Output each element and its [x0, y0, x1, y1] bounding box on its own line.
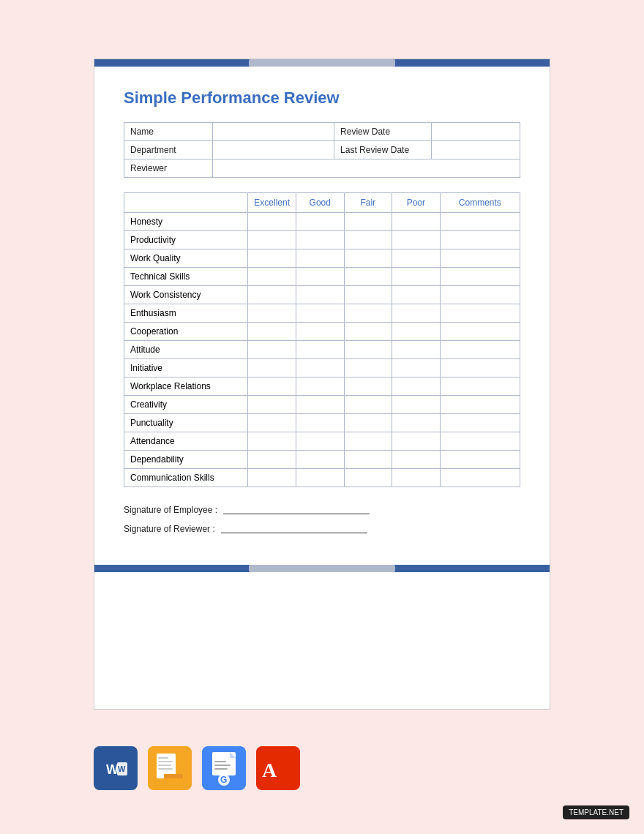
rating-good[interactable]	[296, 414, 344, 432]
top-scrollbar[interactable]	[249, 59, 395, 67]
document-title: Simple Performance Review	[124, 89, 520, 108]
word-icon[interactable]: W W	[94, 746, 138, 790]
reviewer-signature-line: Signature of Reviewer :	[124, 524, 520, 534]
rating-excellent[interactable]	[248, 451, 296, 469]
rating-good[interactable]	[296, 231, 344, 249]
rating-poor[interactable]	[392, 359, 441, 377]
comments-cell[interactable]	[440, 323, 520, 341]
rating-excellent[interactable]	[248, 268, 296, 286]
rating-good[interactable]	[296, 377, 344, 396]
rating-poor[interactable]	[392, 432, 441, 451]
bottom-scrollbar[interactable]	[249, 565, 395, 572]
rating-excellent[interactable]	[248, 213, 296, 231]
rating-excellent[interactable]	[248, 359, 296, 377]
rating-poor[interactable]	[392, 249, 441, 268]
rating-excellent[interactable]	[248, 231, 296, 249]
gdocs-icon[interactable]: G	[202, 746, 246, 790]
rating-good[interactable]	[296, 249, 344, 268]
review-date-value[interactable]	[431, 123, 520, 141]
last-review-date-value[interactable]	[431, 141, 520, 159]
reviewer-value[interactable]	[213, 159, 520, 178]
rating-good[interactable]	[296, 359, 344, 377]
rating-excellent[interactable]	[248, 286, 296, 304]
reviewer-signature-underline[interactable]	[221, 533, 367, 533]
rating-poor[interactable]	[392, 231, 441, 249]
rating-excellent[interactable]	[248, 396, 296, 414]
rating-excellent[interactable]	[248, 341, 296, 359]
rating-poor[interactable]	[392, 304, 441, 323]
rating-poor[interactable]	[392, 286, 441, 304]
rating-good[interactable]	[296, 268, 344, 286]
rating-excellent[interactable]	[248, 304, 296, 323]
rating-fair[interactable]	[344, 396, 392, 414]
rating-fair[interactable]	[344, 249, 392, 268]
comments-cell[interactable]	[440, 414, 520, 432]
rating-poor[interactable]	[392, 213, 441, 231]
name-value[interactable]	[213, 123, 334, 141]
rating-fair[interactable]	[344, 341, 392, 359]
performance-table: Excellent Good Fair Poor Comments Honest…	[124, 192, 520, 487]
table-row: Honesty	[124, 213, 520, 231]
comments-cell[interactable]	[440, 304, 520, 323]
rating-good[interactable]	[296, 432, 344, 451]
comments-cell[interactable]	[440, 341, 520, 359]
rating-good[interactable]	[296, 286, 344, 304]
svg-text:W: W	[106, 762, 119, 777]
comments-cell[interactable]	[440, 432, 520, 451]
comments-cell[interactable]	[440, 469, 520, 487]
rating-poor[interactable]	[392, 414, 441, 432]
rating-poor[interactable]	[392, 396, 441, 414]
comments-cell[interactable]	[440, 396, 520, 414]
svg-rect-8	[158, 764, 171, 766]
rating-excellent[interactable]	[248, 432, 296, 451]
rating-fair[interactable]	[344, 268, 392, 286]
rating-fair[interactable]	[344, 286, 392, 304]
rating-excellent[interactable]	[248, 323, 296, 341]
rating-excellent[interactable]	[248, 377, 296, 396]
rating-fair[interactable]	[344, 451, 392, 469]
rating-excellent[interactable]	[248, 414, 296, 432]
rating-poor[interactable]	[392, 268, 441, 286]
rating-good[interactable]	[296, 469, 344, 487]
comments-cell[interactable]	[440, 268, 520, 286]
rating-poor[interactable]	[392, 469, 441, 487]
info-table: Name Review Date Department Last Review …	[124, 122, 520, 178]
comments-cell[interactable]	[440, 359, 520, 377]
acrobat-icon[interactable]: A	[256, 746, 300, 790]
rating-good[interactable]	[296, 451, 344, 469]
rating-fair[interactable]	[344, 469, 392, 487]
rating-fair[interactable]	[344, 432, 392, 451]
department-label: Department	[124, 141, 213, 159]
header-poor: Poor	[392, 193, 441, 213]
rating-excellent[interactable]	[248, 469, 296, 487]
rating-fair[interactable]	[344, 359, 392, 377]
department-value[interactable]	[213, 141, 334, 159]
rating-good[interactable]	[296, 396, 344, 414]
svg-rect-17	[214, 764, 231, 766]
svg-rect-16	[214, 761, 226, 762]
rating-fair[interactable]	[344, 323, 392, 341]
rating-good[interactable]	[296, 323, 344, 341]
comments-cell[interactable]	[440, 231, 520, 249]
rating-excellent[interactable]	[248, 249, 296, 268]
rating-fair[interactable]	[344, 304, 392, 323]
rating-poor[interactable]	[392, 323, 441, 341]
rating-good[interactable]	[296, 341, 344, 359]
rating-fair[interactable]	[344, 414, 392, 432]
comments-cell[interactable]	[440, 451, 520, 469]
comments-cell[interactable]	[440, 213, 520, 231]
employee-signature-underline[interactable]	[223, 514, 370, 514]
rating-fair[interactable]	[344, 231, 392, 249]
pages-icon[interactable]	[148, 746, 192, 790]
rating-fair[interactable]	[344, 213, 392, 231]
rating-good[interactable]	[296, 213, 344, 231]
rating-poor[interactable]	[392, 341, 441, 359]
comments-cell[interactable]	[440, 377, 520, 396]
comments-cell[interactable]	[440, 249, 520, 268]
rating-good[interactable]	[296, 304, 344, 323]
rating-poor[interactable]	[392, 377, 441, 396]
rating-poor[interactable]	[392, 451, 441, 469]
rating-fair[interactable]	[344, 377, 392, 396]
table-row: Productivity	[124, 231, 520, 249]
comments-cell[interactable]	[440, 286, 520, 304]
